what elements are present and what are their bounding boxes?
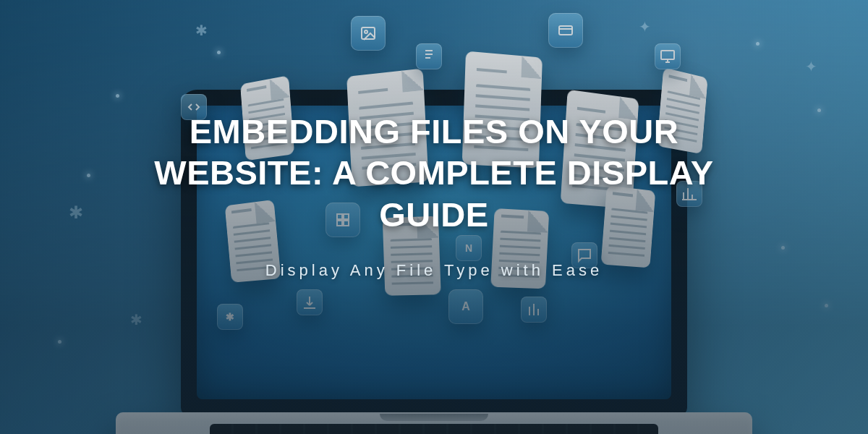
title-block: EMBEDDING FILES ON YOUR WEBSITE: A COMPL… [109, 111, 760, 280]
hero-title: EMBEDDING FILES ON YOUR WEBSITE: A COMPL… [109, 111, 760, 235]
hero-subtitle: Display Any File Type with Ease [109, 261, 760, 280]
hero-banner: ✱ ✱ ✱ ✦ ✦ [0, 0, 868, 434]
